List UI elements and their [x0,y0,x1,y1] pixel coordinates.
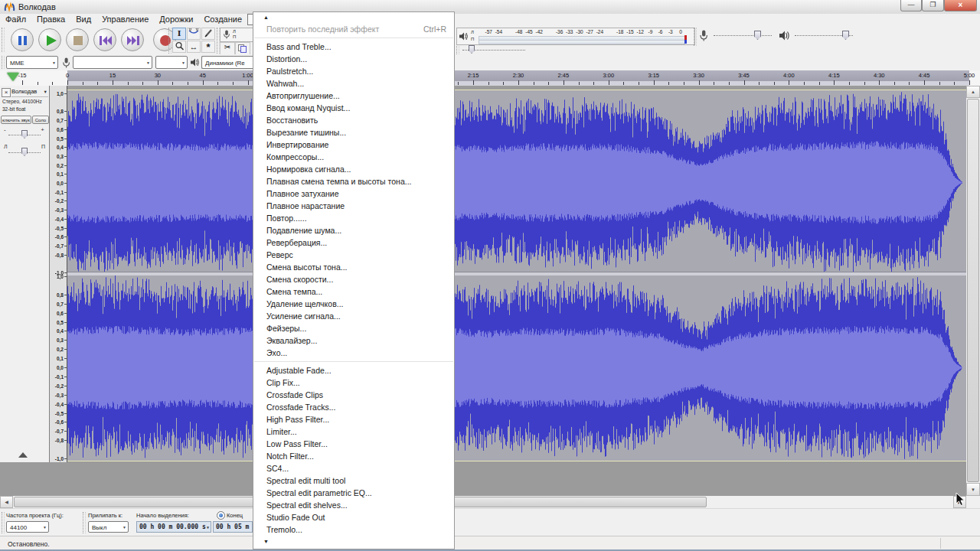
playback-meter[interactable]: Л П -57-54-48-45-42-36-33-30-27-24-18-15… [456,28,695,45]
pause-button[interactable] [11,28,34,51]
time-shift-tool-button[interactable]: ↔ [187,41,201,53]
draw-tool-button[interactable] [201,28,215,40]
menu-item-Фейзеры-[interactable]: Фейзеры... [253,322,454,334]
selbar-grip-2[interactable] [83,512,86,533]
menu-item-Adjustable-Fade-[interactable]: Adjustable Fade... [253,364,454,377]
skip-to-end-button[interactable] [121,28,144,51]
menu-item-Плавное-нарастание[interactable]: Плавное нарастание [253,200,454,212]
menu-item-Смена-скорости-[interactable]: Смена скорости... [253,273,454,285]
menu-item-SC4-[interactable]: SC4... [253,462,454,474]
recording-volume-slider-track[interactable] [714,35,772,37]
transport-toolbar-grip[interactable] [2,28,5,52]
scroll-up-button[interactable]: ▲ [966,86,980,98]
vertical-scrollbar[interactable]: ▲ ▼ [966,86,980,496]
selection-end-radio[interactable] [217,511,225,520]
close-button[interactable]: × [944,0,977,11]
zoom-tool-button[interactable] [172,41,186,53]
vertical-ruler[interactable]: 1,00,80,70,60,50,40,30,20,10,0-0,1-0,2-0… [50,86,67,462]
envelope-tool-button[interactable] [187,28,201,40]
menu-item-Wahwah-[interactable]: Wahwah... [253,77,454,90]
play-button[interactable] [38,28,61,51]
menu-item-Вырезание-тишины-[interactable]: Вырезание тишины... [253,126,454,139]
gain-slider-thumb[interactable] [21,130,28,139]
solo-button[interactable]: Соло [32,116,49,124]
mixer-toolbar-grip[interactable] [694,28,697,46]
input-channels-combo[interactable]: ▼ [155,56,188,69]
recording-meter[interactable]: Л П [220,28,254,42]
playback-volume-slider-thumb[interactable] [842,31,849,40]
menu-item-Нормировка-сигнала-[interactable]: Нормировка сигнала... [253,163,454,175]
menu-item-Spectral-edit-parametric-EQ-[interactable]: Spectral edit parametric EQ... [253,487,454,499]
menu-item-Эхо-[interactable]: Эхо... [253,347,454,359]
selection-tool-button[interactable]: I [172,28,186,40]
menubar-item-Управление[interactable]: Управление [96,14,154,25]
quick-play-pin-icon[interactable] [7,73,19,81]
menu-item-Плавное-затухание[interactable]: Плавное затухание [253,187,454,200]
stop-button[interactable] [66,28,89,51]
menu-item-Crossfade-Clips[interactable]: Crossfade Clips [253,389,454,401]
menu-item-Эквалайзер-[interactable]: Эквалайзер... [253,334,454,347]
selection-end-field[interactable]: 00 h 05 m [213,521,253,533]
menu-item-Усиление-сигнала-[interactable]: Усиление сигнала... [253,310,454,322]
menu-item-Bass-and-Treble-[interactable]: Bass and Treble... [253,41,454,53]
restore-button[interactable]: ❐ [922,0,944,11]
channel-divider[interactable] [67,272,966,276]
scroll-left-button[interactable]: ◀ [0,496,13,508]
menu-scroll-down[interactable]: ▼ [253,536,455,547]
menu-item-Смена-высоты-тона-[interactable]: Смена высоты тона... [253,261,454,273]
menu-item-Notch-Filter-[interactable]: Notch Filter... [253,450,454,462]
track-title-menu[interactable]: Волкодав ▼ [11,88,48,97]
menu-item-Clip-Fix-[interactable]: Clip Fix... [253,377,454,389]
menu-item-Автоприглушение-[interactable]: Автоприглушение... [253,90,454,102]
mute-button[interactable]: ключить звук [1,116,31,124]
menu-item-Studio-Fade-Out[interactable]: Studio Fade Out [253,511,454,523]
recording-volume-slider-thumb[interactable] [754,31,761,40]
cut-button[interactable]: ✂ [220,42,235,55]
menu-item-Limiter-[interactable]: Limiter... [253,425,454,438]
menu-item-Crossfade-Tracks-[interactable]: Crossfade Tracks... [253,401,454,413]
menu-item-Смена-темпа-[interactable]: Смена темпа... [253,285,454,298]
scroll-down-button[interactable]: ▼ [966,483,980,496]
menu-item-Spectral-edit-shelves-[interactable]: Spectral edit shelves... [253,499,454,511]
menu-item-Подавление-шума-[interactable]: Подавление шума... [253,224,454,236]
selection-toolbar-grip[interactable] [2,512,5,533]
project-rate-combo[interactable]: 44100▼ [6,521,49,533]
track-close-button[interactable]: × [2,88,11,97]
pan-slider-thumb[interactable] [21,148,28,156]
skip-to-start-button[interactable] [93,28,116,51]
menu-item-Плавная-смена-темпа-и-высоты-тона-[interactable]: Плавная смена темпа и высоты тона... [253,175,454,187]
menu-scroll-up[interactable]: ▲ [253,12,454,23]
menu-item-Реверс[interactable]: Реверс [253,249,454,261]
menu-item-Ввод-команд-Nyquist-[interactable]: Ввод команд Nyquist... [253,102,454,114]
speed-toolbar-grip[interactable] [456,46,459,54]
menubar-item-Файл[interactable]: Файл [0,14,31,25]
menu-item-Distortion-[interactable]: Distortion... [253,53,454,65]
menubar-item-Создание[interactable]: Создание [198,14,247,25]
audio-host-combo[interactable]: MME▼ [6,56,58,69]
menu-item-Реверберация-[interactable]: Реверберация... [253,236,454,249]
input-device-combo[interactable]: ▼ [73,56,152,69]
device-toolbar-grip[interactable] [2,56,5,69]
menu-item-Повтор-[interactable]: Повтор...... [253,212,454,224]
vertical-scroll-thumb[interactable] [967,99,979,482]
menu-item-Компрессоры-[interactable]: Компрессоры... [253,151,454,163]
menu-item-Удаление-щелчков-[interactable]: Удаление щелчков... [253,298,454,310]
menu-item-Инвертирование[interactable]: Инвертирование [253,139,454,151]
menu-item-Low-Pass-Filter-[interactable]: Low Pass Filter... [253,438,454,450]
selection-start-field[interactable]: 00 h 00 m 00.000 s ▼ [136,521,211,533]
snap-to-combo[interactable]: Выкл▼ [88,521,129,533]
menu-item-Spectral-edit-multi-tool[interactable]: Spectral edit multi tool [253,474,454,487]
minimize-button[interactable]: — [900,0,922,11]
menu-item-Восстановить[interactable]: Восстановить [253,114,454,126]
horizontal-scrollbar[interactable]: ◀ ▶ [0,496,966,508]
copy-button[interactable] [235,42,250,55]
multi-tool-button[interactable]: * [201,41,215,53]
menu-item-Повторить-последний-эффект[interactable]: Повторить последний эффектCtrl+R [253,23,454,35]
menu-item-Paulstretch-[interactable]: Paulstretch... [253,65,454,77]
menu-item-High-Pass-Filter-[interactable]: High Pass Filter... [253,413,454,425]
menu-item-Tremolo-[interactable]: Tremolo... [253,523,454,536]
menubar-item-Вид[interactable]: Вид [70,14,96,25]
menubar-item-Дорожки[interactable]: Дорожки [154,14,198,25]
timeline-ruler[interactable]: -1501530451:001:151:301:452:002:152:302:… [0,70,980,86]
track-collapse-arrow-icon[interactable] [18,452,28,458]
